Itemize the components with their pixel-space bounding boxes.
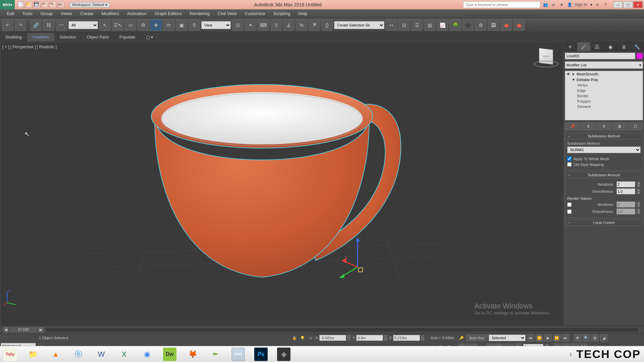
minimize-button[interactable]: — (613, 1, 623, 8)
y-input[interactable] (356, 335, 383, 341)
taskbar-photoshop-icon[interactable]: Ps (254, 348, 268, 361)
stack-border[interactable]: Border (565, 93, 643, 99)
nav-fov-icon[interactable]: ◢ (600, 334, 607, 342)
taskbar-excel-icon[interactable]: X (117, 348, 131, 361)
redo-button[interactable]: ↷ (15, 19, 26, 31)
taskbar-word-icon[interactable]: W (95, 348, 108, 361)
play-end-icon[interactable]: ⏭ (562, 334, 569, 342)
play-icon[interactable]: ▶ (544, 334, 552, 342)
remove-modifier-button[interactable]: 🗑 (612, 122, 627, 130)
qat-new-icon[interactable]: 📄 (17, 1, 24, 8)
viewport[interactable]: [ + ] [ Perspective ] [ Realistic ] LEFT (0, 42, 564, 326)
stack-element[interactable]: Element (565, 104, 643, 109)
cp-tab-motion-icon[interactable]: ◉ (604, 42, 617, 51)
menu-edit[interactable]: Edit (3, 10, 18, 17)
ribbon-object-paint[interactable]: Object Paint (82, 33, 114, 42)
time-slider-next-icon[interactable]: ▶ (38, 327, 44, 333)
rollout-subdiv-method-header[interactable]: Subdivision Method (565, 133, 643, 139)
tray-bluetooth-icon[interactable]: ᛒ (570, 352, 572, 357)
select-by-name-button[interactable]: ☰↖ (112, 19, 123, 31)
ribbon-populate[interactable]: Populate (114, 33, 141, 42)
ribbon-freeform[interactable]: Freeform (27, 33, 54, 42)
a360-icon[interactable]: ✕ (594, 2, 600, 8)
undo-button[interactable]: ↶ (2, 19, 13, 31)
rendered-frame-button[interactable]: 🖼 (488, 19, 499, 31)
qat-save-icon[interactable]: 💾 (34, 1, 40, 8)
nav-zoom-icon[interactable]: 🔍 (583, 334, 590, 342)
stack-polygon[interactable]: Polygon (565, 99, 643, 104)
menu-rendering[interactable]: Rendering (185, 10, 214, 17)
taskbar-unknown-icon[interactable]: ◆ (277, 348, 290, 361)
edit-selection-set-button[interactable]: {} (321, 19, 333, 31)
keyboard-shortcut-button[interactable]: ⌨ (258, 19, 269, 31)
ribbon-modeling[interactable]: Modeling (0, 33, 27, 42)
iterations-spinner[interactable]: ▲▼ (637, 181, 641, 187)
rollout-subdiv-amount-header[interactable]: Subdivision Amount (565, 172, 643, 178)
cp-tab-modify-icon[interactable]: 🖊 (577, 42, 591, 51)
comm-center-icon[interactable]: 👥 (542, 2, 548, 8)
ribbon-dropdown-icon[interactable]: ▢ ▾ (141, 33, 158, 42)
layer-explorer-button[interactable]: ☰ (411, 19, 423, 31)
link-button[interactable]: 🔗 (30, 19, 42, 31)
cp-tab-utilities-icon[interactable]: 🔧 (631, 42, 644, 51)
menu-group[interactable]: Group (37, 10, 57, 17)
stack-editable-poly[interactable]: ▾Editable Poly (565, 77, 643, 82)
taskbar-chrome-icon[interactable]: ◉ (140, 348, 154, 361)
percent-snap-button[interactable]: % (296, 19, 307, 31)
select-manipulate-button[interactable]: ✦ (245, 19, 256, 31)
menu-create[interactable]: Create (76, 10, 97, 17)
modifier-stack[interactable]: 👁▸MeshSmooth ▾Editable Poly Vertex Edge … (565, 71, 643, 120)
select-scale-button[interactable]: ▣ (176, 19, 187, 31)
curve-editor-button[interactable]: 📈 (437, 19, 448, 31)
z-input[interactable] (393, 335, 420, 341)
move-gizmo[interactable]: z x (339, 237, 376, 281)
select-rotate-button[interactable]: ⟳ (163, 19, 174, 31)
taskbar-explorer-icon[interactable]: 📁 (26, 348, 40, 361)
taskbar-coreldraw-icon[interactable]: ✒ (209, 348, 222, 361)
signin-link[interactable]: Sign In (575, 2, 587, 7)
set-key-lock-icon[interactable]: 🔑 (458, 335, 465, 341)
x-spinner[interactable] (347, 335, 351, 341)
menu-views[interactable]: Views (57, 10, 76, 17)
unlink-button[interactable]: ⛓ (43, 19, 54, 31)
time-slider-thumb[interactable]: 0 / 100 (10, 327, 37, 333)
render-smoothness-spinner[interactable]: ▲▼ (637, 208, 641, 215)
rollout-local-control-header[interactable]: Local Control (565, 219, 643, 226)
align-button[interactable]: ⊟ (398, 19, 410, 31)
nav-zoom-all-icon[interactable]: ⊞ (591, 334, 599, 342)
workspace-selector[interactable]: Workspace: Default ▾ (70, 2, 110, 8)
render-setup-button[interactable]: ⚙ (475, 19, 486, 31)
time-slider-track[interactable] (46, 327, 639, 332)
render-smoothness-checkbox[interactable] (567, 209, 572, 214)
taskbar-firefox-icon[interactable]: 🦊 (186, 348, 199, 361)
x-input[interactable] (319, 335, 346, 341)
favorites-icon[interactable]: ★ (558, 2, 565, 8)
coord-display-mode-icon[interactable]: ⊡ (307, 335, 314, 341)
snap-toggle-button[interactable]: 3 (270, 19, 282, 31)
search-input[interactable] (463, 1, 540, 8)
taskbar-tally-icon[interactable]: Tally (3, 348, 17, 361)
mirror-button[interactable]: ⇿ (386, 19, 397, 31)
smoothness-input[interactable] (616, 188, 635, 194)
named-selection-set[interactable]: Create Selection Se (334, 21, 384, 29)
help-icon[interactable]: ? (602, 2, 608, 8)
select-region-rect-button[interactable]: ▭ (125, 19, 136, 31)
select-object-button[interactable]: ↖ (99, 19, 111, 31)
isolate-selection-icon[interactable]: 💡 (299, 335, 306, 341)
play-start-icon[interactable]: ⏮ (527, 334, 534, 342)
y-spinner[interactable] (384, 335, 388, 341)
scene-object-cup[interactable] (47, 56, 477, 304)
make-unique-button[interactable]: ∀ (596, 122, 611, 130)
viewcube[interactable]: LEFT (534, 47, 558, 72)
account-icon[interactable]: 👤 (567, 2, 573, 8)
nav-pan-icon[interactable]: ✥ (574, 334, 581, 342)
pin-stack-button[interactable]: 📌 (565, 122, 580, 130)
ref-coord-system[interactable]: View (201, 21, 231, 29)
object-color-swatch[interactable] (636, 53, 643, 59)
cp-tab-hierarchy-icon[interactable]: 品 (591, 42, 604, 51)
menu-graph-editors[interactable]: Graph Editors (151, 10, 185, 17)
qat-project-icon[interactable]: 🗂 (58, 1, 64, 8)
render-iterations-checkbox[interactable] (567, 202, 572, 207)
selection-lock-icon[interactable]: 🔒 (291, 335, 298, 341)
render-production-button[interactable]: 🫖 (500, 19, 512, 31)
